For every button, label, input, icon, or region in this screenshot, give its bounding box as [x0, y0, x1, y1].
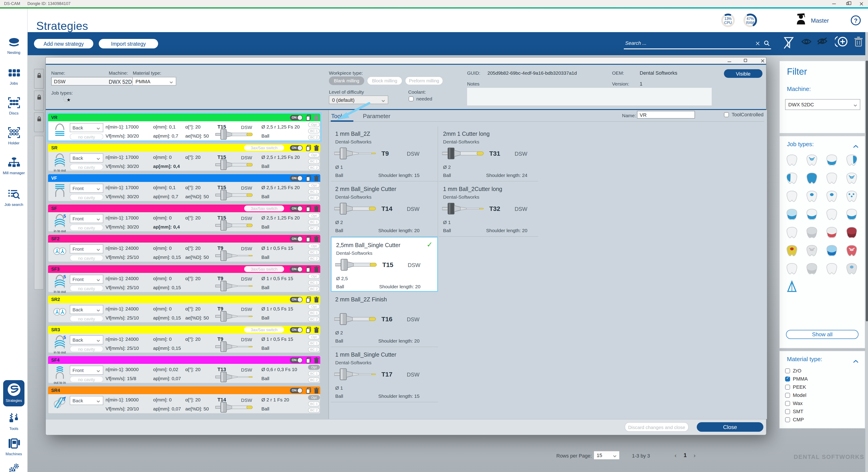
- row-pill-bc1[interactable]: BC 1: [308, 310, 320, 315]
- side-select[interactable]: Back: [70, 305, 103, 314]
- sidebar-item-system[interactable]: System: [0, 463, 28, 472]
- job-type-icon-wing[interactable]: [843, 153, 860, 168]
- side-select[interactable]: Front: [70, 244, 103, 254]
- row-pill-bc1[interactable]: BC 1: [308, 401, 320, 406]
- side-select[interactable]: Back: [70, 123, 103, 132]
- job-type-icon-plain[interactable]: [783, 225, 801, 240]
- cavity-select[interactable]: no cavity: [70, 164, 103, 170]
- side-select[interactable]: Back: [70, 335, 103, 344]
- job-type-icon-graypair[interactable]: [803, 243, 820, 259]
- row-pill-opt[interactable]: Opt: [308, 395, 320, 400]
- tool-card-t14[interactable]: 2 mm Ball_Single CutterDental-SoftworksT…: [331, 181, 438, 237]
- row-pill-bc1[interactable]: BC 1: [308, 159, 320, 164]
- visible-toggle-button[interactable]: Visible: [724, 69, 763, 78]
- sidebar-item-job-search[interactable]: Job search: [0, 189, 28, 207]
- row-enabled-toggle[interactable]: ON: [290, 115, 303, 120]
- row-enabled-toggle[interactable]: ON: [290, 297, 303, 302]
- delete-row-icon[interactable]: [314, 114, 320, 121]
- rows-per-page-select[interactable]: 15: [593, 451, 620, 460]
- cavity-select[interactable]: no cavity: [70, 376, 103, 382]
- copy-row-icon[interactable]: [306, 205, 312, 211]
- axis-switch-badge[interactable]: 3ax/5ax switch: [244, 327, 284, 333]
- row-enabled-toggle[interactable]: ON: [290, 206, 303, 211]
- cavity-select[interactable]: no cavity: [70, 315, 103, 322]
- job-type-icon-plain[interactable]: [823, 207, 840, 222]
- scrollbar-thumb[interactable]: [866, 61, 868, 321]
- job-type-icon-gray[interactable]: [803, 261, 820, 276]
- side-select[interactable]: Back: [70, 396, 103, 405]
- copy-row-icon[interactable]: [306, 357, 312, 363]
- row-enabled-toggle[interactable]: ON: [290, 266, 303, 272]
- coolant-checkbox[interactable]: [409, 96, 413, 101]
- material-checkbox[interactable]: [785, 401, 790, 406]
- notes-textarea[interactable]: [467, 88, 712, 105]
- row-pill-bc2[interactable]: BC 2: [308, 165, 320, 170]
- row-pill-bc2[interactable]: BC 2: [308, 347, 320, 352]
- sidebar-item-holder[interactable]: Holder: [0, 127, 28, 145]
- copy-row-icon[interactable]: [306, 296, 312, 303]
- job-type-icon-gray[interactable]: [803, 225, 820, 240]
- cavity-select[interactable]: no cavity: [70, 225, 103, 231]
- window-restore-button[interactable]: [841, 0, 855, 7]
- coolant-checkbox-row[interactable]: needed: [409, 96, 432, 101]
- job-type-icon-maroon[interactable]: [843, 225, 860, 240]
- side-select[interactable]: Front: [70, 214, 103, 223]
- page-scrollbar[interactable]: [865, 32, 868, 472]
- strategy-row-sr3[interactable]: SR33ax/5ax switchON5in to outBackno cavi…: [48, 326, 320, 353]
- job-type-icon-grayblue[interactable]: [843, 261, 860, 276]
- job-type-icon-plain[interactable]: [783, 153, 801, 168]
- filter-off-icon[interactable]: [783, 36, 795, 52]
- toolcontrolled-checkbox[interactable]: [724, 112, 729, 117]
- material-filter-peek[interactable]: PEEK: [785, 384, 806, 390]
- cavity-select[interactable]: no cavity: [70, 134, 103, 140]
- row-pill-opt[interactable]: Opt: [308, 152, 320, 157]
- sidebar-item-discs[interactable]: Discs: [0, 97, 28, 115]
- show-hidden-icon[interactable]: [817, 38, 828, 46]
- strategy-row-vr[interactable]: VRONBackno cavityn[min-1]: 17000Vf[mm/s]…: [48, 113, 320, 141]
- material-checkbox[interactable]: [785, 368, 790, 373]
- tool-card-t31[interactable]: 2mm 1 Cutter longDental-SoftworksT31DSWØ…: [438, 126, 538, 181]
- close-dialog-button[interactable]: Close: [697, 422, 763, 432]
- job-type-icon-side[interactable]: [783, 171, 801, 186]
- job-type-icon-triangle[interactable]: [783, 279, 801, 295]
- material-checkbox[interactable]: [785, 384, 790, 390]
- axis-switch-badge[interactable]: 3ax/5ax switch: [244, 145, 284, 151]
- row-pill-bc1[interactable]: BC 1: [308, 280, 320, 285]
- prev-page-button[interactable]: ‹: [675, 452, 677, 459]
- copy-row-icon[interactable]: [306, 236, 312, 242]
- job-type-icon-dots[interactable]: [843, 189, 860, 204]
- material-filter-wax[interactable]: Wax: [785, 400, 803, 406]
- cavity-select[interactable]: no cavity: [70, 285, 103, 292]
- add-new-strategy-button[interactable]: Add new strategy: [34, 39, 93, 48]
- row-pill-bc1[interactable]: BC 1: [308, 249, 320, 255]
- step-name-input[interactable]: [637, 111, 695, 119]
- job-type-icon-solid[interactable]: [803, 171, 820, 186]
- toolcontrolled-row[interactable]: ToolControlled: [724, 112, 764, 117]
- row-pill-opt[interactable]: Opt: [308, 213, 320, 218]
- strategy-row-sr[interactable]: SR3ax/5ax switchONin to outBackno cavity…: [48, 144, 320, 171]
- row-pill-bc2[interactable]: BC 2: [308, 135, 320, 140]
- row-pill-bc2[interactable]: BC 2: [308, 195, 320, 200]
- job-type-icon-fissure[interactable]: [843, 171, 860, 186]
- show-visible-icon[interactable]: [801, 38, 812, 47]
- row-pill-opt[interactable]: Opt: [308, 274, 320, 278]
- search-icon[interactable]: [764, 40, 770, 48]
- collapse-icon[interactable]: [853, 142, 859, 150]
- row-pill-opt[interactable]: Opt: [308, 304, 320, 309]
- add-strategy-circle-icon[interactable]: [835, 35, 848, 50]
- dialog-close-icon[interactable]: [761, 59, 765, 63]
- copy-row-icon[interactable]: [306, 327, 312, 333]
- delete-row-icon[interactable]: [314, 144, 320, 151]
- job-type-icon-patch[interactable]: [803, 207, 820, 222]
- delete-row-icon[interactable]: [314, 357, 320, 363]
- sidebar-item-strategies-active[interactable]: Strategies: [3, 380, 25, 406]
- strategy-row-sf3[interactable]: SF33ax/5ax switchON5in to outFrontno cav…: [48, 265, 320, 292]
- discard-changes-button[interactable]: Discard changes and close: [625, 422, 689, 432]
- window-close-button[interactable]: [855, 0, 868, 7]
- row-pill-opt[interactable]: Opt: [308, 334, 320, 339]
- row-pill-opt[interactable]: Opt: [308, 122, 320, 127]
- job-type-icon-base[interactable]: [823, 153, 840, 168]
- copy-row-icon[interactable]: [306, 175, 312, 181]
- search-input[interactable]: [625, 39, 747, 46]
- side-select[interactable]: Front: [70, 184, 103, 193]
